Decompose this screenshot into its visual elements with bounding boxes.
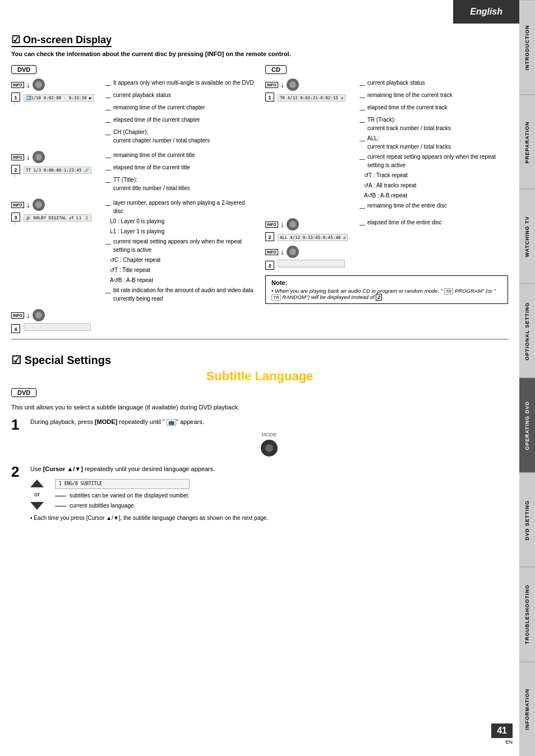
dvd-screen-1-row: INFO ↓ 1 🔤1/10 0:02:00 - 0:33:30 ▶ — It … [11,79,254,146]
tab-information[interactable]: INFORMATION [519,662,535,757]
cd-info-tag-1: INFO ↓ [265,79,355,91]
tab-operating-dvd[interactable]: OPERATING DVD [519,378,535,473]
dvd-info-tag-2: INFO ↓ [11,151,101,163]
dvd-screen-4-display [24,323,91,331]
dvd-screen-3-display: 🔊 DOLBY DIGITAL ↺T L1 🔋 [24,214,91,222]
english-label: English [470,7,502,16]
subtitle-display-area: 1 ENG/8 SUBTITLE subtitles can be varied… [55,479,190,511]
arrow-down-1: ↓ [26,81,30,89]
cd-circle-2 [287,218,299,231]
dvd-screen-1-display: 🔤1/10 0:02:00 - 0:33:30 ▶ [24,94,94,102]
note-box: Note: • When you are playing back an aud… [265,275,508,304]
step-1-row: 1 During playback, press [MODE] repeated… [11,417,508,457]
dvd-screen-1-left: INFO ↓ 1 🔤1/10 0:02:00 - 0:33:30 ▶ [11,79,101,105]
info-tag-4: INFO [11,312,24,319]
cd-circle-1 [287,79,299,91]
cd-num-1: 1 [265,93,274,102]
step-1-number: 1 [11,417,25,432]
cursor-up-button[interactable] [30,480,44,487]
cd-info-tag-3-badge: INFO [265,249,278,255]
cd-ann-1-2: — remaining time of the current track [359,91,508,102]
ann-3-1: — layer number, appears only when playin… [105,199,254,215]
info-tag-3: INFO [11,202,24,208]
page-number-area: 41 EN [491,723,513,745]
tab-introduction[interactable]: INTRODUCTION [519,0,535,95]
ann-3-2: L0 : Layer 0 is playing [105,217,254,225]
page-number: 41 [491,723,513,738]
dvd-screen-3-row: INFO ↓ 3 🔊 DOLBY DIGITAL ↺T L1 🔋 — layer… [11,199,254,305]
ann-1-3: — remaining time of the current chapter [105,103,254,114]
tab-optional-setting[interactable]: OPTIONAL SETTING [519,284,535,379]
special-settings-title: Special Settings [11,353,508,367]
cursor-area: or 1 ENG/8 SUBTITLE subtitles can be var… [30,479,508,511]
note-text: • When you are playing back an audio CD … [271,288,502,300]
dvd-screen-4-left: INFO ↓ 4 [11,309,101,333]
cd-ann-1-1: — current playback status [359,79,508,89]
step-1-content: During playback, press [MODE] repeatedly… [30,417,508,457]
dvd-screen-2-left: INFO ↓ 2 TT 1/3 0:00:00-1:23:45 🔗 [11,151,101,177]
tab-preparation[interactable]: PREPARATION [519,95,535,190]
subtitle-dvd-row: DVD [11,388,508,402]
ann-3-4: — current repeat setting appears only wh… [105,237,254,254]
ann-2-3: — TT (Title):current title number / tota… [105,176,254,192]
mode-button[interactable] [261,440,278,457]
num-2: 2 [11,165,20,174]
right-tabs: INTRODUCTION PREPARATION WATCHING TV OPT… [519,0,535,756]
cd-label: CD [265,65,287,74]
step-2-number: 2 [11,464,25,479]
cd-arrow-3: ↓ [280,248,284,256]
ann-3-6: ↺T : Title repeat [105,266,254,274]
dvd-screen-4-row: INFO ↓ 4 [11,309,254,333]
cursor-buttons: or [30,480,44,510]
cd-info-tag-2-badge: INFO [265,222,278,228]
tab-troubleshooting[interactable]: TROUBLESHOOTING [519,567,535,662]
cd-screen-2-row: INFO ↓ 2 ALL 4/12 0:13:45-0:45:40 ↺ — el… [265,218,508,241]
mode-button-area: MODE [30,431,508,457]
cd-arrow-2: ↓ [280,220,284,228]
ann-3-5: ↺C : Chapter repeat [105,256,254,264]
subtitle-notes: subtitles can be varied on the displayed… [55,491,190,510]
tab-watching-tv[interactable]: WATCHING TV [519,189,535,284]
cd-ann-1-6: — current repeat setting appears only wh… [359,153,508,169]
dvd-info-tag-4: INFO ↓ [11,309,101,321]
cd-screen-3-left: INFO ↓ 3 [265,246,355,270]
ann-1-4: — elapsed time of the current chapter [105,116,254,126]
dvd-screen-1-annotations: — It appears only when multi-angle is av… [105,79,254,146]
cd-num-2: 2 [265,232,274,241]
osd-columns: DVD INFO ↓ 1 🔤1/10 0:02:00 - 0:33:30 ▶ [11,65,508,333]
cursor-down-button[interactable] [30,502,44,510]
cd-screen-2-annotations: — elapsed time of the entire disc [359,218,508,231]
cd-screen-1-row: INFO ↓ 1 TR 4/12 0:03:21-0:02:15 ↺ — cur… [265,79,508,214]
step-2-row: 2 Use [Cursor ▲/▼] repeatedly until your… [11,464,508,522]
num-3: 3 [11,213,20,222]
ann-1-1: — It appears only when multi-angle is av… [105,79,254,89]
cd-screen-1-left: INFO ↓ 1 TR 4/12 0:03:21-0:02:15 ↺ [265,79,355,102]
cd-info-tag-2: INFO ↓ [265,218,355,231]
main-content: On-screen Display You can check the info… [0,0,519,541]
tab-dvd-setting[interactable]: DVD SETTING [519,473,535,568]
subtitle-lang-heading: Subtitle Language [11,369,508,384]
ann-1-2: — current playback status [105,91,254,102]
info-tag-2: INFO [11,154,24,160]
subtitle-display: 1 ENG/8 SUBTITLE [55,479,190,490]
cd-info-tag-3: INFO ↓ [265,246,355,258]
cd-ann-1-3: — elapsed time of the current track [359,103,508,114]
info-circle-3 [33,199,45,211]
ann-3-7: A↺B : A-B repeat [105,276,254,284]
cd-column: CD INFO ↓ 1 TR 4/12 0:03:21-0:02:15 ↺ [265,65,508,333]
ann-3-3: L1 : Layer 1 is playing [105,227,254,236]
cd-ann-1-10: — remaining time of the entire disc [359,201,508,212]
dvd-screen-3-left: INFO ↓ 3 🔊 DOLBY DIGITAL ↺T L1 🔋 [11,199,101,225]
cd-screen-1-annotations: — current playback status — remaining ti… [359,79,508,214]
ann-2-1: — remaining time of the current title [105,151,254,162]
dvd-screen-3-annotations: — layer number, appears only when playin… [105,199,254,305]
osd-section-title: On-screen Display [11,34,112,47]
bullet-note: • Each time you press [Cursor ▲/▼], the … [30,514,508,522]
dvd-column: DVD INFO ↓ 1 🔤1/10 0:02:00 - 0:33:30 ▶ [11,65,254,333]
subtitle-lang-desc: This unit allows you to select a subtitl… [11,404,508,411]
cd-ann-1-9: A↺B : A-B repeat [359,191,508,200]
mode-label: MODE [262,431,277,439]
dvd-info-tag-3: INFO ↓ [11,199,101,211]
info-circle-2 [33,151,45,163]
dvd-info-tag-1: INFO ↓ [11,79,101,91]
